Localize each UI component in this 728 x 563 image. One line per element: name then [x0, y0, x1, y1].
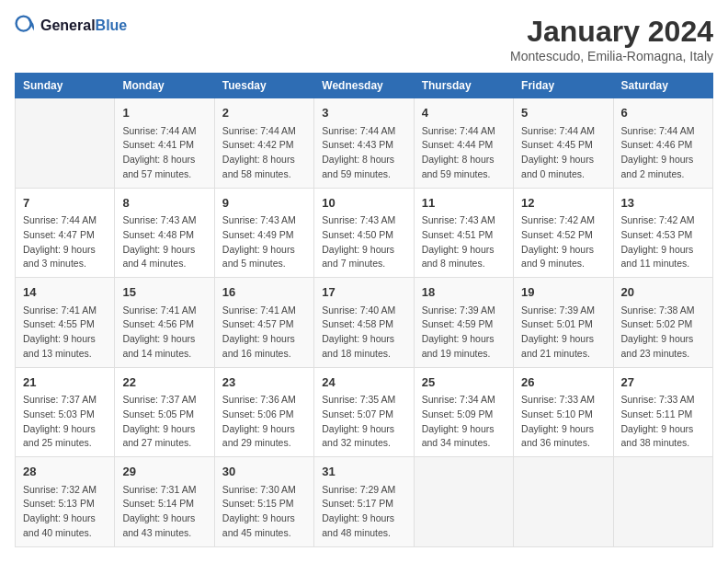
calendar-cell: 21Sunrise: 7:37 AMSunset: 5:03 PMDayligh…: [16, 367, 115, 457]
calendar-cell: 4Sunrise: 7:44 AMSunset: 4:44 PMDaylight…: [414, 98, 513, 189]
day-number: 4: [422, 104, 506, 122]
calendar-week-row: 21Sunrise: 7:37 AMSunset: 5:03 PMDayligh…: [16, 367, 713, 457]
day-number: 28: [23, 463, 107, 481]
cell-content: Sunrise: 7:43 AMSunset: 4:50 PMDaylight:…: [322, 213, 405, 271]
calendar-week-row: 28Sunrise: 7:32 AMSunset: 5:13 PMDayligh…: [16, 457, 713, 547]
header-day: Wednesday: [314, 74, 414, 98]
calendar-cell: 20Sunrise: 7:38 AMSunset: 5:02 PMDayligh…: [613, 278, 712, 368]
day-number: 25: [422, 373, 506, 392]
calendar-cell: 10Sunrise: 7:43 AMSunset: 4:50 PMDayligh…: [314, 188, 414, 278]
cell-content: Sunrise: 7:41 AMSunset: 4:56 PMDaylight:…: [122, 304, 206, 362]
cell-content: Sunrise: 7:44 AMSunset: 4:46 PMDaylight:…: [621, 124, 705, 182]
calendar-cell: 19Sunrise: 7:39 AMSunset: 5:01 PMDayligh…: [514, 278, 613, 368]
month-title: January 2024: [510, 15, 713, 49]
cell-content: Sunrise: 7:44 AMSunset: 4:47 PMDaylight:…: [23, 213, 107, 271]
header-day: Monday: [115, 74, 214, 98]
calendar-cell: 23Sunrise: 7:36 AMSunset: 5:06 PMDayligh…: [214, 367, 313, 457]
calendar-week-row: 7Sunrise: 7:44 AMSunset: 4:47 PMDaylight…: [16, 188, 713, 278]
cell-content: Sunrise: 7:41 AMSunset: 4:57 PMDaylight:…: [222, 304, 306, 362]
day-number: 30: [222, 463, 306, 481]
cell-content: Sunrise: 7:42 AMSunset: 4:53 PMDaylight:…: [621, 213, 705, 271]
day-number: 17: [322, 283, 405, 302]
day-number: 20: [621, 283, 705, 302]
day-number: 6: [621, 104, 705, 122]
calendar-cell: 7Sunrise: 7:44 AMSunset: 4:47 PMDaylight…: [16, 188, 115, 278]
logo: GeneralBlue: [15, 15, 127, 37]
cell-content: Sunrise: 7:44 AMSunset: 4:43 PMDaylight:…: [322, 124, 405, 182]
calendar-body: 1Sunrise: 7:44 AMSunset: 4:41 PMDaylight…: [16, 98, 713, 547]
day-number: 14: [23, 283, 107, 302]
day-number: 2: [222, 104, 306, 122]
header-day: Sunday: [16, 74, 115, 98]
header-day: Tuesday: [214, 74, 313, 98]
calendar-cell: 15Sunrise: 7:41 AMSunset: 4:56 PMDayligh…: [115, 278, 214, 368]
cell-content: Sunrise: 7:35 AMSunset: 5:07 PMDaylight:…: [322, 393, 405, 451]
calendar-table: SundayMondayTuesdayWednesdayThursdayFrid…: [15, 73, 713, 547]
day-number: 11: [422, 194, 506, 213]
calendar-cell: 12Sunrise: 7:42 AMSunset: 4:52 PMDayligh…: [514, 188, 613, 278]
day-number: 26: [521, 373, 605, 392]
calendar-cell: 25Sunrise: 7:34 AMSunset: 5:09 PMDayligh…: [414, 367, 513, 457]
header-row: SundayMondayTuesdayWednesdayThursdayFrid…: [16, 74, 713, 98]
header-day: Friday: [514, 74, 613, 98]
day-number: 16: [222, 283, 306, 302]
day-number: 8: [122, 194, 206, 213]
day-number: 23: [222, 373, 306, 392]
cell-content: Sunrise: 7:31 AMSunset: 5:14 PMDaylight:…: [122, 483, 206, 541]
cell-content: Sunrise: 7:37 AMSunset: 5:05 PMDaylight:…: [122, 393, 206, 451]
calendar-cell: [414, 457, 513, 547]
day-number: 27: [621, 373, 705, 392]
cell-content: Sunrise: 7:29 AMSunset: 5:17 PMDaylight:…: [322, 483, 405, 541]
cell-content: Sunrise: 7:33 AMSunset: 5:10 PMDaylight:…: [521, 393, 605, 451]
calendar-cell: 11Sunrise: 7:43 AMSunset: 4:51 PMDayligh…: [414, 188, 513, 278]
day-number: 5: [521, 104, 605, 122]
day-number: 29: [122, 463, 206, 481]
cell-content: Sunrise: 7:37 AMSunset: 5:03 PMDaylight:…: [23, 393, 107, 451]
day-number: 22: [122, 373, 206, 392]
location-title: Montescudo, Emilia-Romagna, Italy: [510, 49, 713, 63]
cell-content: Sunrise: 7:44 AMSunset: 4:41 PMDaylight:…: [122, 124, 206, 182]
header-day: Thursday: [414, 74, 513, 98]
day-number: 18: [422, 283, 506, 302]
day-number: 31: [322, 463, 405, 481]
logo-text: GeneralBlue: [40, 17, 127, 34]
day-number: 12: [521, 194, 605, 213]
cell-content: Sunrise: 7:32 AMSunset: 5:13 PMDaylight:…: [23, 483, 107, 541]
logo-icon: [15, 15, 37, 37]
calendar-cell: [16, 98, 115, 189]
calendar-cell: 16Sunrise: 7:41 AMSunset: 4:57 PMDayligh…: [214, 278, 313, 368]
calendar-cell: 1Sunrise: 7:44 AMSunset: 4:41 PMDaylight…: [115, 98, 214, 189]
calendar-cell: 22Sunrise: 7:37 AMSunset: 5:05 PMDayligh…: [115, 367, 214, 457]
calendar-cell: [514, 457, 613, 547]
day-number: 3: [322, 104, 405, 122]
calendar-cell: 29Sunrise: 7:31 AMSunset: 5:14 PMDayligh…: [115, 457, 214, 547]
cell-content: Sunrise: 7:44 AMSunset: 4:44 PMDaylight:…: [422, 124, 506, 182]
day-number: 10: [322, 194, 405, 213]
calendar-cell: 2Sunrise: 7:44 AMSunset: 4:42 PMDaylight…: [214, 98, 313, 189]
page-header: GeneralBlue January 2024 Montescudo, Emi…: [15, 15, 713, 63]
cell-content: Sunrise: 7:43 AMSunset: 4:48 PMDaylight:…: [122, 213, 206, 271]
cell-content: Sunrise: 7:33 AMSunset: 5:11 PMDaylight:…: [621, 393, 705, 451]
cell-content: Sunrise: 7:43 AMSunset: 4:51 PMDaylight:…: [422, 213, 506, 271]
cell-content: Sunrise: 7:36 AMSunset: 5:06 PMDaylight:…: [222, 393, 306, 451]
calendar-cell: 17Sunrise: 7:40 AMSunset: 4:58 PMDayligh…: [314, 278, 414, 368]
day-number: 21: [23, 373, 107, 392]
cell-content: Sunrise: 7:30 AMSunset: 5:15 PMDaylight:…: [222, 483, 306, 541]
header-day: Saturday: [613, 74, 712, 98]
calendar-cell: 31Sunrise: 7:29 AMSunset: 5:17 PMDayligh…: [314, 457, 414, 547]
calendar-week-row: 14Sunrise: 7:41 AMSunset: 4:55 PMDayligh…: [16, 278, 713, 368]
day-number: 19: [521, 283, 605, 302]
calendar-header: SundayMondayTuesdayWednesdayThursdayFrid…: [16, 74, 713, 98]
calendar-week-row: 1Sunrise: 7:44 AMSunset: 4:41 PMDaylight…: [16, 98, 713, 189]
calendar-cell: 3Sunrise: 7:44 AMSunset: 4:43 PMDaylight…: [314, 98, 414, 189]
calendar-cell: 9Sunrise: 7:43 AMSunset: 4:49 PMDaylight…: [214, 188, 313, 278]
cell-content: Sunrise: 7:39 AMSunset: 4:59 PMDaylight:…: [422, 304, 506, 362]
calendar-cell: 18Sunrise: 7:39 AMSunset: 4:59 PMDayligh…: [414, 278, 513, 368]
cell-content: Sunrise: 7:42 AMSunset: 4:52 PMDaylight:…: [521, 213, 605, 271]
cell-content: Sunrise: 7:40 AMSunset: 4:58 PMDaylight:…: [322, 304, 405, 362]
calendar-cell: 14Sunrise: 7:41 AMSunset: 4:55 PMDayligh…: [16, 278, 115, 368]
title-area: January 2024 Montescudo, Emilia-Romagna,…: [510, 15, 713, 63]
cell-content: Sunrise: 7:44 AMSunset: 4:42 PMDaylight:…: [222, 124, 306, 182]
calendar-cell: 24Sunrise: 7:35 AMSunset: 5:07 PMDayligh…: [314, 367, 414, 457]
day-number: 15: [122, 283, 206, 302]
